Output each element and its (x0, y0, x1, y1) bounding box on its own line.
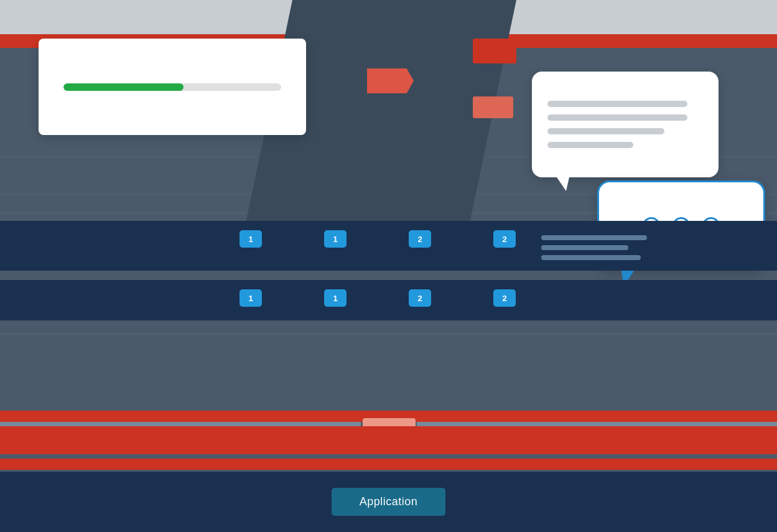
bubble-line-4 (547, 142, 633, 148)
badge-1-2[interactable]: 1 (324, 230, 347, 248)
bubble-line-2 (547, 114, 687, 121)
bubble-line-3 (547, 128, 664, 134)
bubble-line-1 (547, 101, 687, 107)
progress-card (39, 39, 306, 135)
badge-1-4[interactable]: 2 (493, 230, 516, 248)
badge-1-1[interactable]: 1 (240, 230, 262, 248)
progress-bar-container (63, 83, 281, 91)
bottom-bar: Application (0, 472, 777, 532)
badge-2-4[interactable]: 2 (493, 289, 516, 307)
gray-band-right (417, 422, 777, 426)
track-right-line-1 (541, 235, 647, 240)
progress-bar-fill (63, 83, 184, 91)
red-flag-1 (473, 39, 516, 63)
track-badges-row-1: 1 1 2 2 (240, 230, 516, 248)
main-container: 1 1 2 2 1 1 2 2 Application (0, 0, 777, 532)
track-right-line-2 (541, 245, 628, 250)
track-right-lines (541, 235, 647, 260)
badge-1-3[interactable]: 2 (409, 230, 431, 248)
badge-2-2[interactable]: 1 (324, 289, 347, 307)
application-button[interactable]: Application (332, 488, 446, 516)
badge-2-3[interactable]: 2 (409, 289, 431, 307)
stacked-lines-area (0, 336, 777, 417)
red-band-bottom-2 (0, 426, 777, 454)
track-badges-row-2: 1 1 2 2 (240, 289, 516, 307)
badge-2-1[interactable]: 1 (240, 289, 262, 307)
track-right-line-3 (541, 255, 641, 260)
speech-bubble-white (532, 72, 719, 177)
red-band-bottom-3 (0, 459, 777, 470)
red-flag-3 (473, 96, 513, 118)
gray-band-left (0, 422, 361, 426)
red-flag-2 (367, 68, 414, 93)
